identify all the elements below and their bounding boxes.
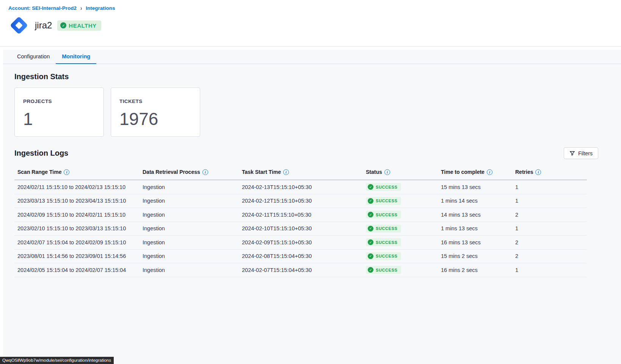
time-to-complete-cell: 14 mins 13 secs [438,212,512,218]
check-icon: ✓ [368,253,373,259]
table-row[interactable]: 2023/02/10 15:15:10 to 2023/03/13 15:15:… [14,222,587,236]
stat-value: 1 [23,109,95,129]
table-row[interactable]: 2023/03/13 15:15:10 to 2023/04/13 15:15:… [14,194,587,208]
status-badge: ✓ SUCCESS [366,238,401,246]
status-cell: ✓ SUCCESS [363,197,438,205]
status-badge-label: SUCCESS [376,268,397,272]
status-badge-label: SUCCESS [376,212,397,217]
status-badge: ✓ SUCCESS [366,225,401,233]
time-to-complete-cell: 16 mins 13 secs [438,239,512,245]
filters-button[interactable]: Filters [564,147,598,159]
status-badge-label: SUCCESS [376,198,397,203]
status-badge-label: SUCCESS [376,185,397,189]
check-icon: ✓ [368,184,373,190]
page-title: jira2 [35,20,52,31]
check-icon: ✓ [368,267,373,273]
scan-range-cell: 2023/08/01 15:14:56 to 2023/09/01 15:14:… [14,253,140,259]
scan-range-cell: 2024/02/11 15:15:10 to 2024/02/13 15:15:… [14,184,140,190]
task-start-cell: 2024-02-12T15:15:10+05:30 [239,198,363,204]
process-cell: Ingestion [140,267,239,273]
status-cell: ✓ SUCCESS [363,266,438,274]
tab-bar: Configuration Monitoring [3,50,621,64]
filters-button-label: Filters [578,150,593,156]
retries-cell: 1 [512,184,587,190]
retries-cell: 1 [512,267,587,273]
ingestion-logs-header: Ingestion Logs Filters [14,147,598,159]
col-header-status: Statusi [363,169,438,175]
col-header-time-to-complete: Time to completei [438,169,512,175]
retries-cell: 2 [512,239,587,245]
table-row[interactable]: 2023/08/01 15:14:56 to 2023/09/01 15:14:… [14,250,587,264]
breadcrumb-integrations-link[interactable]: Integrations [86,5,115,11]
stat-cards: PROJECTS 1 TICKETS 1976 [14,87,621,137]
tab-configuration[interactable]: Configuration [11,53,56,64]
ingestion-stats-heading: Ingestion Stats [14,72,621,81]
scan-range-cell: 2023/03/13 15:15:10 to 2023/04/13 15:15:… [14,198,140,204]
title-row: jira2 ✓ HEALTHY [8,15,621,36]
ingestion-logs-table: Scan Range Timei Data Retrieval Processi… [14,164,587,277]
info-icon[interactable]: i [487,169,492,175]
stat-card-projects: PROJECTS 1 [14,87,104,137]
task-start-cell: 2024-02-07T15:15:04+05:30 [239,267,363,273]
stat-label: TICKETS [119,98,191,104]
check-icon: ✓ [368,239,373,245]
process-cell: Ingestion [140,198,239,204]
time-to-complete-cell: 1 mins 14 secs [438,198,512,204]
status-cell: ✓ SUCCESS [363,211,438,219]
status-badge: ✓ SUCCESS [366,211,401,219]
info-icon[interactable]: i [64,169,69,175]
check-icon: ✓ [368,212,373,217]
table-row[interactable]: 2024/02/11 15:15:10 to 2024/02/13 15:15:… [14,180,587,194]
status-badge: ✓ SUCCESS [366,197,401,205]
task-start-cell: 2024-02-11T15:15:10+05:30 [239,212,363,218]
check-icon: ✓ [368,226,373,231]
process-cell: Ingestion [140,184,239,190]
retries-cell: 2 [512,212,587,218]
chevron-right-icon: › [80,5,82,12]
info-icon[interactable]: i [283,169,289,175]
app-root: Account: SEI-Internal-Prod2 › Integratio… [0,0,621,364]
logs-table-body: 2024/02/11 15:15:10 to 2024/02/13 15:15:… [14,180,587,277]
scan-range-cell: 2024/02/07 15:15:04 to 2024/02/09 15:15:… [14,239,140,245]
table-header-row: Scan Range Timei Data Retrieval Processi… [14,164,587,180]
time-to-complete-cell: 16 mins 2 secs [438,267,512,273]
retries-cell: 1 [512,225,587,231]
info-icon[interactable]: i [202,169,208,175]
col-header-retries: Retriesi [512,169,587,175]
content-area: Configuration Monitoring Ingestion Stats… [3,50,621,364]
status-cell: ✓ SUCCESS [363,183,438,191]
info-icon[interactable]: i [535,169,541,175]
status-badge-label: SUCCESS [376,226,397,231]
check-icon: ✓ [368,198,373,204]
status-cell: ✓ SUCCESS [363,225,438,233]
breadcrumb-account-link[interactable]: Account: SEI-Internal-Prod2 [8,5,77,11]
col-header-scan-range: Scan Range Timei [14,169,140,175]
retries-cell: 2 [512,253,587,259]
status-badge: ✓ SUCCESS [366,266,401,274]
status-badge-label: SUCCESS [376,240,397,245]
stat-card-tickets: TICKETS 1976 [111,87,200,137]
check-icon: ✓ [60,22,66,28]
process-cell: Ingestion [140,239,239,245]
info-icon[interactable]: i [384,169,390,175]
time-to-complete-cell: 15 mins 13 secs [438,184,512,190]
scan-range-cell: 2024/02/05 15:15:04 to 2024/02/07 15:15:… [14,267,140,273]
table-row[interactable]: 2024/02/09 15:15:10 to 2024/02/11 15:15:… [14,208,587,222]
process-cell: Ingestion [140,212,239,218]
status-badge: ✓ SUCCESS [366,183,401,191]
task-start-cell: 2024-02-13T15:15:10+05:30 [239,184,363,190]
stat-value: 1976 [119,109,191,129]
process-cell: Ingestion [140,225,239,231]
col-header-task-start: Task Start Timei [239,169,363,175]
health-badge-label: HEALTHY [69,22,96,29]
ingestion-logs-heading: Ingestion Logs [14,149,68,158]
page-header: Account: SEI-Internal-Prod2 › Integratio… [0,0,621,47]
health-status-badge: ✓ HEALTHY [57,20,101,31]
stat-label: PROJECTS [23,98,95,104]
scan-range-cell: 2024/02/09 15:15:10 to 2024/02/11 15:15:… [14,212,140,218]
task-start-cell: 2024-02-10T15:15:10+05:30 [239,225,363,231]
tab-monitoring[interactable]: Monitoring [56,53,96,64]
table-row[interactable]: 2024/02/05 15:15:04 to 2024/02/07 15:15:… [14,263,587,277]
table-row[interactable]: 2024/02/07 15:15:04 to 2024/02/09 15:15:… [14,236,587,250]
filter-funnel-icon [569,150,575,156]
